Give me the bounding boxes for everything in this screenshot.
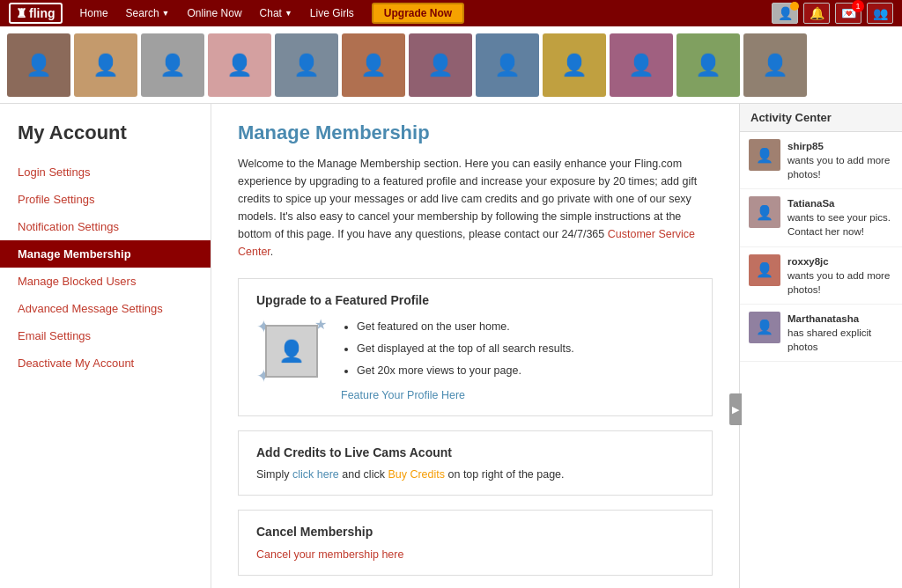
activity-message-4: has shared explicit photos: [787, 327, 871, 352]
sidebar-item-manage-membership[interactable]: Manage Membership: [0, 240, 211, 268]
activity-item-2[interactable]: 👤 TatianaSa wants to see your pics. Cont…: [740, 189, 902, 246]
activity-panel: ▶ Activity Center 👤 shirp85 wants you to…: [739, 104, 902, 588]
featured-list: Get featured on the user home. Get displ…: [341, 316, 574, 382]
featured-upgrade-content: ✦ ✦ ★ 👤 Get featured on the user home. G…: [256, 316, 694, 401]
profile-thumb-10[interactable]: 👤: [610, 33, 673, 97]
sidebar-item-email-settings[interactable]: Email Settings: [0, 322, 211, 349]
activity-name-2: TatianaSa: [787, 196, 893, 210]
user-icon-button[interactable]: 👤: [772, 3, 798, 24]
activity-header: Activity Center: [740, 104, 902, 132]
profile-thumb-7[interactable]: 👤: [409, 33, 472, 97]
featured-bullet-2: Get displayed at the top of all search r…: [357, 338, 574, 360]
profile-thumb-9[interactable]: 👤: [543, 33, 606, 97]
sidebar-item-advanced-message-settings[interactable]: Advanced Message Settings: [0, 295, 211, 322]
profile-placeholder-icon: 👤: [265, 325, 318, 378]
collapse-panel-button[interactable]: ▶: [729, 393, 742, 425]
activity-item-1[interactable]: 👤 shirp85 wants you to add more photos!: [740, 132, 902, 189]
page-title: Manage Membership: [238, 121, 713, 144]
featured-bullet-3: Get 20x more views to your page.: [357, 360, 574, 382]
cancel-title: Cancel Membership: [256, 525, 694, 539]
friends-button[interactable]: 👥: [867, 3, 893, 24]
nav-icon-group: 👤 🔔 💌 1 👥: [772, 3, 893, 24]
activity-message-1: wants you to add more photos!: [787, 155, 890, 180]
message-badge: 1: [852, 0, 864, 12]
main-content: Manage Membership Welcome to the Manage …: [211, 104, 739, 588]
sidebar-item-profile-settings[interactable]: Profile Settings: [0, 186, 211, 213]
profile-thumb-3[interactable]: 👤: [141, 33, 204, 97]
chevron-down-icon: ▼: [285, 9, 292, 18]
activity-name-3: roxxy8jc: [787, 254, 893, 268]
credits-title: Add Credits to Live Cams Acount: [256, 445, 694, 459]
main-layout: My Account Login Settings Profile Settin…: [0, 104, 902, 588]
sidebar-title: My Account: [0, 121, 211, 158]
profile-thumb-4[interactable]: 👤: [208, 33, 271, 97]
featured-profile-section: Upgrade to a Featured Profile ✦ ✦ ★ 👤 Ge…: [238, 278, 713, 416]
credits-text: Simply click here and click Buy Credits …: [256, 468, 694, 481]
cancel-section: Cancel Membership Cancel your membership…: [238, 510, 713, 576]
activity-avatar-1: 👤: [749, 139, 780, 171]
sidebar-menu: Login Settings Profile Settings Notifica…: [0, 158, 211, 377]
profile-strip: 👤 👤 👤 👤 👤 👤 👤 👤 👤 👤 👤 👤: [0, 26, 902, 104]
nav-live-girls[interactable]: Live Girls: [303, 0, 361, 26]
nav-search[interactable]: Search ▼: [119, 0, 177, 26]
chevron-down-icon: ▼: [162, 9, 170, 18]
warning-dot: [790, 2, 799, 11]
activity-item-3[interactable]: 👤 roxxy8jc wants you to add more photos!: [740, 247, 902, 305]
activity-name-4: Marthanatasha: [787, 312, 893, 326]
profile-thumb-6[interactable]: 👤: [342, 33, 405, 97]
content-intro: Welcome to the Manage Membership section…: [238, 155, 713, 261]
nav-online-now[interactable]: Online Now: [181, 0, 249, 26]
credits-section: Add Credits to Live Cams Acount Simply c…: [238, 430, 713, 496]
activity-avatar-3: 👤: [749, 254, 780, 286]
upgrade-button[interactable]: Upgrade Now: [372, 3, 464, 24]
customer-service-link[interactable]: Customer Service Center: [238, 228, 695, 258]
profile-thumb-8[interactable]: 👤: [476, 33, 539, 97]
nav-chat[interactable]: Chat ▼: [253, 0, 299, 26]
site-logo[interactable]: ♜fling: [9, 3, 63, 24]
sidebar: My Account Login Settings Profile Settin…: [0, 104, 211, 588]
profile-thumb-2[interactable]: 👤: [74, 33, 137, 97]
feature-profile-link[interactable]: Feature Your Profile Here: [341, 389, 574, 401]
sidebar-item-manage-blocked-users[interactable]: Manage Blocked Users: [0, 268, 211, 295]
messages-button[interactable]: 💌 1: [835, 3, 861, 24]
profile-thumb-1[interactable]: 👤: [7, 33, 70, 97]
activity-name-1: shirp85: [787, 139, 893, 153]
nav-home[interactable]: Home: [73, 0, 115, 26]
featured-bullets-container: Get featured on the user home. Get displ…: [341, 316, 574, 401]
profile-thumb-12[interactable]: 👤: [743, 33, 807, 97]
sidebar-item-deactivate-account[interactable]: Deactivate My Account: [0, 349, 211, 377]
cancel-membership-link[interactable]: Cancel your membership here: [256, 548, 403, 561]
activity-message-2: wants to see your pics. Contact her now!: [787, 212, 891, 237]
featured-icon: ✦ ✦ ★ 👤: [256, 316, 327, 386]
activity-avatar-4: 👤: [749, 312, 780, 343]
featured-bullet-1: Get featured on the user home.: [357, 316, 574, 338]
profile-thumb-5[interactable]: 👤: [275, 33, 338, 97]
sidebar-item-notification-settings[interactable]: Notification Settings: [0, 213, 211, 240]
featured-title: Upgrade to a Featured Profile: [256, 293, 694, 307]
buy-credits-link[interactable]: Buy Credits: [388, 468, 445, 481]
activity-message-3: wants you to add more photos!: [787, 270, 890, 295]
notifications-button[interactable]: 🔔: [803, 3, 830, 24]
activity-avatar-2: 👤: [749, 196, 780, 228]
activity-item-4[interactable]: 👤 Marthanatasha has shared explicit phot…: [740, 305, 902, 362]
sidebar-item-login-settings[interactable]: Login Settings: [0, 158, 211, 186]
credits-click-here-link[interactable]: click here: [292, 468, 339, 481]
profile-thumb-11[interactable]: 👤: [676, 33, 740, 97]
top-navigation: ♜fling Home Search ▼ Online Now Chat ▼ L…: [0, 0, 902, 26]
